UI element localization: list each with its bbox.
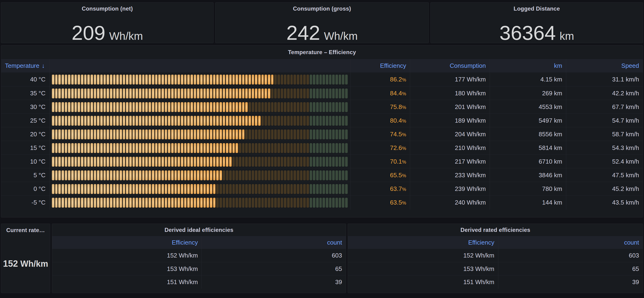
stat-value: 209 [72, 23, 106, 43]
panel-title[interactable]: Current rate… [1, 224, 50, 237]
cell-efficiency: 153 Wh/km [52, 262, 202, 275]
efficiency-value: 75.8 [390, 103, 402, 110]
table-body: 40 °C 86.2% 177 Wh/km 4.15 km 31.1 km/h … [1, 72, 643, 209]
cell-temperature: 15 °C [1, 141, 50, 155]
stat-unit: Wh/km [324, 31, 358, 41]
table-row: 5 °C 65.5% 233 Wh/km 3846 km 47.5 km/h [1, 168, 643, 182]
column-header-efficiency[interactable]: Efficiency [348, 236, 498, 249]
cell-count: 39 [498, 275, 643, 289]
lcd-bar-gauge [52, 116, 348, 126]
cell-temperature: -5 °C [1, 196, 50, 210]
column-header-km[interactable]: km [490, 59, 566, 72]
efficiency-value: 63.7 [390, 185, 402, 192]
panel-consumption-net: Consumption (net) 209 Wh/km [1, 2, 214, 43]
lcd-bar-gauge [52, 170, 348, 180]
cell-speed: 58.7 km/h [566, 127, 643, 142]
cell-temperature: 0 °C [1, 182, 50, 196]
efficiency-value: 70.1 [390, 158, 402, 165]
column-header-consumption[interactable]: Consumption [410, 59, 490, 72]
column-header-efficiency[interactable]: Efficiency [52, 236, 202, 249]
cell-efficiency-gauge [50, 100, 351, 114]
efficiency-percent-sign: % [402, 200, 406, 205]
cell-consumption: 180 Wh/km [410, 86, 490, 101]
panel-title[interactable]: Consumption (gross) [216, 2, 428, 14]
cell-km: 144 km [490, 196, 566, 210]
cell-speed: 47.5 km/h [566, 168, 643, 182]
cell-consumption: 189 Wh/km [410, 114, 490, 128]
column-header-efficiency[interactable]: Efficiency [351, 59, 410, 72]
efficiency-percent-sign: % [402, 91, 406, 96]
cell-efficiency: 70.1% [351, 155, 410, 169]
cell-consumption: 217 Wh/km [410, 155, 490, 169]
table-row: 153 Wh/km 65 [52, 262, 346, 275]
cell-km: 269 km [490, 86, 566, 101]
column-header-gauge[interactable] [50, 59, 351, 72]
stat-unit: Wh/km [109, 31, 143, 41]
cell-efficiency-gauge [50, 155, 351, 169]
cell-km: 5497 km [490, 114, 566, 128]
cell-speed: 42.2 km/h [566, 86, 643, 101]
cell-speed: 43.5 km/h [566, 196, 643, 210]
column-header-temperature[interactable]: Temperature↓ [1, 59, 50, 72]
efficiency-value: 84.4 [390, 90, 402, 97]
cell-efficiency: 65.5% [351, 168, 410, 182]
cell-efficiency: 80.4% [351, 114, 410, 128]
cell-temperature: 10 °C [1, 155, 50, 169]
table-row: 151 Wh/km 39 [348, 275, 643, 288]
stat-value: 152 [3, 259, 18, 269]
efficiency-percent-sign: % [402, 187, 406, 192]
cell-efficiency: 86.2% [351, 72, 410, 87]
cell-temperature: 40 °C [1, 72, 50, 87]
lcd-bar-gauge [52, 89, 348, 98]
cell-km: 5814 km [490, 141, 566, 155]
table-row: 40 °C 86.2% 177 Wh/km 4.15 km 31.1 km/h [1, 72, 643, 86]
stat-value-group: 242 Wh/km [216, 14, 428, 43]
table-body: 152 Wh/km 603 153 Wh/km 65 151 Wh/km 39 [348, 249, 643, 288]
table-row: 35 °C 84.4% 180 Wh/km 269 km 42.2 km/h [1, 86, 643, 100]
cell-count: 65 [202, 262, 346, 275]
lcd-bar-gauge [52, 198, 348, 208]
cell-consumption: 177 Wh/km [410, 72, 490, 87]
panel-temperature-efficiency: Temperature – Efficiency Temperature↓ Ef… [1, 45, 643, 217]
cell-efficiency: 153 Wh/km [348, 262, 498, 275]
cell-km: 780 km [490, 182, 566, 196]
panel-logged-distance: Logged Distance 36364 km [430, 2, 643, 43]
cell-efficiency: 63.7% [351, 182, 410, 196]
panel-title[interactable]: Consumption (net) [1, 2, 213, 14]
efficiency-percent-sign: % [402, 105, 406, 110]
efficiency-value: 80.4 [390, 117, 402, 124]
cell-efficiency-gauge [50, 196, 351, 210]
column-header-count[interactable]: count [498, 236, 643, 249]
stat-value: 242 [286, 23, 320, 43]
cell-temperature: 25 °C [1, 114, 50, 128]
efficiency-value: 65.5 [390, 172, 402, 179]
cell-efficiency-gauge [50, 182, 351, 196]
efficiency-percent-sign: % [402, 77, 406, 82]
table-row: 152 Wh/km 603 [52, 249, 346, 262]
efficiency-percent-sign: % [402, 146, 406, 151]
panel-title[interactable]: Logged Distance [431, 2, 643, 14]
table-body: 152 Wh/km 603 153 Wh/km 65 151 Wh/km 39 [52, 249, 346, 288]
panel-consumption-gross: Consumption (gross) 242 Wh/km [215, 2, 429, 43]
column-header-count[interactable]: count [202, 236, 346, 249]
cell-speed: 45.2 km/h [566, 182, 643, 196]
panel-title[interactable]: Derived rated efficiencies [348, 224, 643, 236]
column-header-speed[interactable]: Speed [566, 59, 643, 72]
lcd-bar-gauge [52, 75, 348, 85]
lcd-bar-gauge [52, 184, 348, 194]
cell-efficiency-gauge [50, 72, 351, 87]
cell-efficiency: 152 Wh/km [52, 249, 202, 262]
panel-title[interactable]: Derived ideal efficiencies [52, 224, 346, 236]
cell-efficiency: 84.4% [351, 86, 410, 101]
stat-value-group: 209 Wh/km [1, 14, 213, 43]
panel-derived-rated-efficiencies: Derived rated efficiencies Efficiency co… [348, 224, 643, 293]
lcd-bar-gauge [52, 102, 348, 112]
stat-value-group: 152 Wh/km [1, 237, 50, 293]
cell-consumption: 239 Wh/km [410, 182, 490, 196]
lcd-bar-gauge [52, 143, 348, 153]
table-row: 30 °C 75.8% 201 Wh/km 4553 km 67.7 km/h [1, 100, 643, 114]
cell-speed: 31.1 km/h [566, 72, 643, 87]
stat-unit: Wh/km [20, 259, 48, 269]
cell-count: 39 [202, 275, 346, 289]
panel-title[interactable]: Temperature – Efficiency [1, 45, 643, 59]
